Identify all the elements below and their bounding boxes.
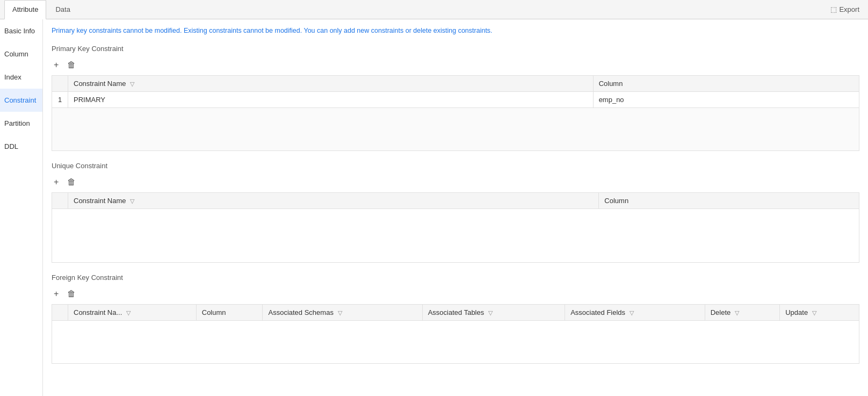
export-icon: ⬚	[830, 5, 837, 13]
fk-col-column: Column	[196, 304, 263, 320]
unique-constraint-title: Unique Constraint	[52, 162, 859, 170]
table-row: 1 PRIMARY emp_no	[52, 91, 859, 107]
pk-col-column: Column	[593, 75, 859, 91]
primary-key-title: Primary Key Constraint	[52, 45, 859, 53]
primary-key-delete-button[interactable]: 🗑	[65, 59, 78, 71]
fk-col-update: Update ▽	[780, 304, 859, 320]
pk-col-constraint-name: Constraint Name ▽	[68, 75, 594, 91]
foreign-key-table: Constraint Na... ▽ Column Associated Sch…	[52, 304, 859, 364]
export-label: Export	[839, 5, 859, 13]
sidebar-item-index[interactable]: Index	[0, 66, 42, 89]
tab-attribute[interactable]: Attribute	[4, 0, 46, 19]
info-message: Primary key constraints cannot be modifi…	[52, 26, 859, 36]
sidebar-item-ddl[interactable]: DDL	[0, 135, 42, 158]
top-tab-bar: Attribute Data ⬚ Export	[0, 0, 868, 19]
pk-row-column: emp_no	[593, 91, 859, 107]
fk-associated-fields-filter-icon[interactable]: ▽	[630, 309, 634, 316]
pk-row-num: 1	[52, 91, 68, 107]
pk-row-constraint-name: PRIMARY	[68, 91, 594, 107]
uc-col-constraint-name: Constraint Name ▽	[68, 192, 599, 208]
fk-col-constraint-name: Constraint Na... ▽	[68, 304, 197, 320]
fk-associated-schemas-filter-icon[interactable]: ▽	[338, 309, 342, 316]
sidebar-item-constraint[interactable]: Constraint	[0, 89, 42, 112]
export-button[interactable]: ⬚ Export	[826, 3, 864, 16]
sidebar: Basic Info Column Index Constraint Parti…	[0, 19, 43, 396]
fk-col-associated-tables: Associated Tables ▽	[422, 304, 565, 320]
foreign-key-section: Foreign Key Constraint + 🗑 Constraint Na…	[52, 273, 859, 364]
sidebar-item-column[interactable]: Column	[0, 42, 42, 66]
fk-update-filter-icon[interactable]: ▽	[812, 309, 816, 316]
pk-constraint-name-filter-icon[interactable]: ▽	[130, 81, 134, 88]
unique-add-button[interactable]: +	[52, 176, 61, 188]
sidebar-item-basic-info[interactable]: Basic Info	[0, 19, 42, 42]
unique-constraint-section: Unique Constraint + 🗑 Constraint Name ▽ …	[52, 162, 859, 263]
content-area: Primary key constraints cannot be modifi…	[43, 19, 868, 396]
uc-col-num	[52, 192, 68, 208]
fk-associated-tables-filter-icon[interactable]: ▽	[488, 309, 493, 316]
foreign-key-toolbar: + 🗑	[52, 286, 859, 302]
foreign-key-add-button[interactable]: +	[52, 288, 61, 300]
primary-key-section: Primary Key Constraint + 🗑 Constraint Na…	[52, 45, 859, 151]
fk-col-associated-schemas: Associated Schemas ▽	[263, 304, 422, 320]
unique-constraint-table: Constraint Name ▽ Column	[52, 192, 859, 263]
unique-constraint-toolbar: + 🗑	[52, 174, 859, 190]
sidebar-item-partition[interactable]: Partition	[0, 112, 42, 135]
uc-constraint-name-filter-icon[interactable]: ▽	[130, 198, 134, 205]
primary-key-add-button[interactable]: +	[52, 59, 61, 71]
main-layout: Basic Info Column Index Constraint Parti…	[0, 19, 868, 396]
fk-col-associated-fields: Associated Fields ▽	[565, 304, 705, 320]
foreign-key-title: Foreign Key Constraint	[52, 273, 859, 282]
fk-col-delete: Delete ▽	[705, 304, 780, 320]
fk-delete-filter-icon[interactable]: ▽	[735, 309, 739, 316]
primary-key-toolbar: + 🗑	[52, 57, 859, 73]
fk-constraint-name-filter-icon[interactable]: ▽	[126, 309, 131, 316]
unique-delete-button[interactable]: 🗑	[65, 176, 78, 188]
primary-key-table: Constraint Name ▽ Column 1 PRIMARY emp_n…	[52, 75, 859, 151]
foreign-key-delete-button[interactable]: 🗑	[65, 288, 78, 300]
uc-col-column: Column	[599, 192, 859, 208]
fk-col-num	[52, 304, 68, 320]
pk-col-num	[52, 75, 68, 91]
tab-data[interactable]: Data	[47, 0, 78, 19]
